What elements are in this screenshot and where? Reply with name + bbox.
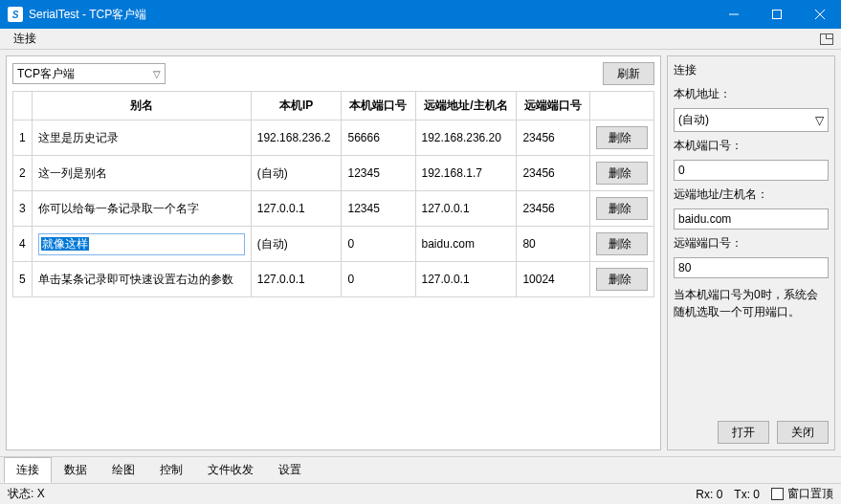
cell-remoteaddr: 192.168.236.20 (415, 121, 517, 156)
connection-pane: 连接 本机地址： (自动) ▽ 本机端口号： 远端地址/主机名： 远端端口号： … (667, 55, 835, 450)
cell-localport: 56666 (342, 121, 415, 156)
col-num (13, 92, 33, 121)
cell-rownum: 4 (13, 227, 33, 262)
mode-select-value: TCP客户端 (17, 66, 75, 82)
local-port-input[interactable] (674, 160, 829, 181)
tab-settings[interactable]: 设置 (266, 457, 314, 483)
status-text: 状态: X (8, 486, 45, 502)
delete-button[interactable]: 删除 (596, 232, 648, 255)
cell-remoteport: 80 (517, 227, 590, 262)
cell-remoteport: 23456 (517, 156, 590, 191)
chevron-down-icon: ▽ (815, 114, 824, 127)
history-pane: TCP客户端 ▽ 刷新 别名 本机IP 本机端口号 远端地址/主机名 远端端口号… (6, 55, 661, 450)
cell-remoteport: 23456 (517, 121, 590, 156)
mode-select[interactable]: TCP客户端 ▽ (12, 63, 166, 84)
local-addr-label: 本机地址： (674, 86, 829, 102)
col-localip: 本机IP (251, 92, 342, 121)
cell-remoteport: 23456 (517, 191, 590, 227)
tab-plot[interactable]: 绘图 (100, 457, 147, 483)
cell-localip: (自动) (251, 227, 342, 262)
col-remoteaddr: 远端地址/主机名 (415, 92, 517, 121)
cell-alias: 这里是历史记录 (32, 121, 251, 156)
chevron-down-icon: ▽ (153, 69, 161, 79)
close-button[interactable] (798, 0, 841, 29)
cell-localip: (自动) (251, 156, 342, 191)
close-connection-button[interactable]: 关闭 (777, 421, 829, 444)
tab-data[interactable]: 数据 (52, 457, 100, 483)
cell-localip: 192.168.236.2 (251, 121, 342, 156)
tab-file[interactable]: 文件收发 (195, 457, 266, 483)
delete-button[interactable]: 删除 (596, 268, 648, 291)
app-icon: S (8, 7, 23, 22)
cell-localport: 12345 (342, 156, 415, 191)
delete-button[interactable]: 删除 (596, 162, 648, 185)
cell-remoteport: 10024 (517, 262, 590, 297)
menubar: 连接 (0, 29, 841, 50)
col-remoteport: 远端端口号 (517, 92, 590, 121)
local-port-label: 本机端口号： (674, 138, 829, 154)
table-row[interactable]: 4 就像这样 (自动) 0 baidu.com 80 删除 (13, 227, 654, 262)
table-row[interactable]: 5 单击某条记录即可快速设置右边的参数 127.0.0.1 0 127.0.0.… (13, 262, 654, 297)
tab-connect[interactable]: 连接 (4, 457, 52, 483)
cell-alias: 这一列是别名 (32, 156, 251, 191)
cell-localport: 12345 (342, 191, 415, 227)
maximize-button[interactable] (755, 0, 798, 29)
remote-port-input[interactable] (674, 257, 829, 278)
col-action (590, 92, 654, 121)
menu-connect[interactable]: 连接 (8, 29, 42, 49)
cell-alias: 单击某条记录即可快速设置右边的参数 (32, 262, 251, 297)
cell-rownum: 5 (13, 262, 33, 297)
svg-rect-1 (772, 11, 781, 19)
col-alias: 别名 (32, 92, 251, 121)
port-hint: 当本机端口号为0时，系统会随机选取一个可用端口。 (674, 286, 829, 320)
cell-localip: 127.0.0.1 (251, 191, 342, 227)
table-row[interactable]: 1 这里是历史记录 192.168.236.2 56666 192.168.23… (13, 121, 654, 156)
delete-button[interactable]: 删除 (596, 126, 648, 149)
table-row[interactable]: 3 你可以给每一条记录取一个名字 127.0.0.1 12345 127.0.0… (13, 191, 654, 227)
remote-addr-input[interactable] (674, 208, 829, 230)
main-area: TCP客户端 ▽ 刷新 别名 本机IP 本机端口号 远端地址/主机名 远端端口号… (0, 50, 841, 456)
checkbox-icon (771, 488, 784, 500)
titlebar: S SerialTest - TCP客户端 (0, 0, 841, 29)
cell-remoteaddr: 127.0.0.1 (415, 262, 517, 297)
alias-edit-input[interactable]: 就像这样 (38, 233, 245, 255)
statusbar: 状态: X Rx: 0 Tx: 0 窗口置顶 (0, 483, 841, 504)
remote-addr-label: 远端地址/主机名： (674, 186, 829, 203)
cell-localport: 0 (342, 227, 415, 262)
cell-rownum: 3 (13, 191, 33, 227)
table-row[interactable]: 2 这一列是别名 (自动) 12345 192.168.1.7 23456 删除 (13, 156, 654, 191)
local-addr-select[interactable]: (自动) ▽ (674, 108, 829, 132)
cell-localip: 127.0.0.1 (251, 262, 342, 297)
tab-control[interactable]: 控制 (147, 457, 195, 483)
cell-remoteaddr: 127.0.0.1 (415, 191, 517, 227)
cell-remoteaddr: 192.168.1.7 (415, 156, 517, 191)
col-localport: 本机端口号 (342, 92, 415, 121)
topmost-toggle[interactable]: 窗口置顶 (771, 486, 833, 502)
remote-port-label: 远端端口号： (674, 235, 829, 252)
cell-alias: 你可以给每一条记录取一个名字 (32, 191, 251, 227)
tx-counter: Tx: 0 (734, 488, 760, 501)
rx-counter: Rx: 0 (696, 488, 722, 501)
delete-button[interactable]: 删除 (596, 197, 648, 220)
cell-remoteaddr: baidu.com (415, 227, 517, 262)
minimize-button[interactable] (712, 0, 755, 29)
cell-localport: 0 (342, 262, 415, 297)
bottom-tabs: 连接 数据 绘图 控制 文件收发 设置 (0, 456, 841, 483)
cell-rownum: 1 (13, 121, 33, 156)
refresh-button[interactable]: 刷新 (603, 62, 654, 85)
history-table: 别名 本机IP 本机端口号 远端地址/主机名 远端端口号 1 这里是历史记录 1… (12, 91, 654, 297)
cell-rownum: 2 (13, 156, 33, 191)
undock-icon[interactable] (820, 33, 833, 45)
window-title: SerialTest - TCP客户端 (29, 7, 712, 23)
open-button[interactable]: 打开 (718, 421, 769, 444)
connection-title: 连接 (674, 62, 829, 80)
